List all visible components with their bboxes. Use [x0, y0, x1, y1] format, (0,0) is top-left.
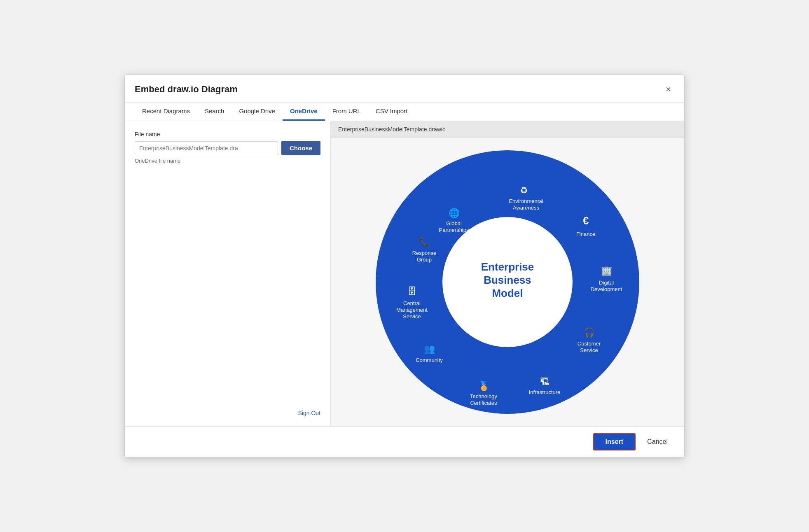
svg-text:Digital: Digital — [599, 280, 614, 286]
svg-text:Certificates: Certificates — [470, 400, 497, 406]
preview-filename: EnterpriseBusinessModelTemplate.drawio — [331, 121, 684, 138]
svg-text:Environmental: Environmental — [509, 198, 543, 204]
svg-text:🏢: 🏢 — [601, 265, 613, 276]
svg-text:🎧: 🎧 — [584, 327, 595, 338]
svg-text:Customer: Customer — [578, 341, 601, 347]
embed-dialog: Embed draw.io Diagram × Recent Diagrams … — [124, 75, 685, 457]
svg-text:Central: Central — [403, 300, 421, 306]
tab-from-url[interactable]: From URL — [325, 103, 368, 121]
svg-text:📞: 📞 — [419, 236, 430, 247]
svg-text:Service: Service — [403, 313, 421, 320]
preview-area: Enterprise Business Model 🌐 Global Partn… — [331, 138, 684, 426]
svg-text:🌐: 🌐 — [449, 208, 460, 219]
svg-text:Infrastructure: Infrastructure — [529, 389, 561, 395]
file-name-input[interactable] — [135, 141, 278, 155]
choose-button[interactable]: Choose — [281, 141, 320, 155]
svg-text:Development: Development — [591, 286, 622, 292]
svg-text:Partnerships: Partnerships — [439, 227, 469, 233]
dialog-body: File name Choose OneDrive file name Sign… — [125, 121, 684, 426]
dialog-header: Embed draw.io Diagram × — [125, 75, 684, 103]
svg-text:♻: ♻ — [520, 185, 528, 196]
cancel-button[interactable]: Cancel — [641, 434, 674, 450]
dialog-title: Embed draw.io Diagram — [135, 84, 238, 95]
svg-text:Group: Group — [417, 257, 432, 263]
svg-text:€: € — [583, 215, 589, 227]
insert-button[interactable]: Insert — [593, 433, 636, 450]
right-panel: EnterpriseBusinessModelTemplate.drawio E… — [331, 121, 684, 426]
tab-google-drive[interactable]: Google Drive — [231, 103, 283, 121]
svg-text:Global: Global — [446, 220, 462, 226]
dialog-footer: Insert Cancel — [125, 426, 684, 457]
svg-text:Model: Model — [492, 287, 523, 299]
svg-text:👥: 👥 — [424, 343, 435, 355]
svg-text:Service: Service — [580, 347, 598, 353]
svg-text:Awareness: Awareness — [513, 205, 540, 211]
svg-text:Finance: Finance — [576, 231, 595, 237]
tab-csv-import[interactable]: CSV Import — [368, 103, 415, 121]
file-label: File name — [135, 131, 320, 138]
file-input-row: Choose — [135, 141, 320, 155]
svg-text:Community: Community — [416, 357, 443, 363]
tab-search[interactable]: Search — [197, 103, 232, 121]
svg-text:Enterprise: Enterprise — [481, 261, 534, 273]
close-button[interactable]: × — [662, 82, 674, 96]
svg-text:Business: Business — [484, 274, 531, 286]
svg-text:🗄: 🗄 — [407, 286, 416, 296]
svg-text:Technology: Technology — [470, 393, 497, 399]
svg-text:🏅: 🏅 — [478, 380, 490, 392]
tab-recent-diagrams[interactable]: Recent Diagrams — [135, 103, 197, 121]
left-panel: File name Choose OneDrive file name Sign… — [125, 121, 331, 426]
diagram-svg: Enterprise Business Model 🌐 Global Partn… — [372, 146, 643, 418]
tab-onedrive[interactable]: OneDrive — [283, 103, 325, 121]
svg-text:Management: Management — [396, 307, 428, 313]
svg-text:🏗: 🏗 — [540, 377, 549, 387]
svg-text:Response: Response — [412, 250, 437, 256]
tabs-bar: Recent Diagrams Search Google Drive OneD… — [125, 103, 684, 121]
sign-out-link[interactable]: Sign Out — [298, 410, 320, 416]
file-hint: OneDrive file name — [135, 158, 320, 164]
